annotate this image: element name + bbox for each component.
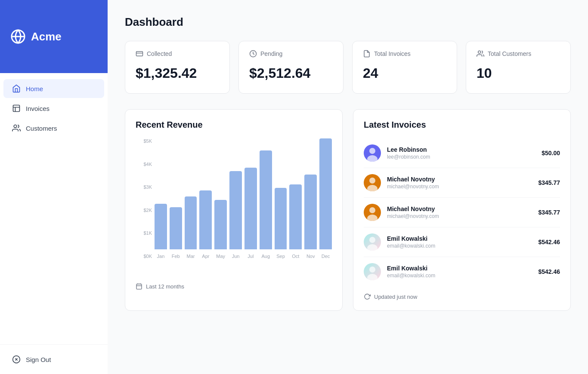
sidebar-item-home[interactable]: Home (3, 79, 104, 98)
sidebar-logo: Acme (0, 0, 108, 73)
invoices-label: Invoices (26, 105, 50, 112)
bar-col-jul: Jul (244, 138, 257, 259)
invoice-info: Michael Novotnymichael@novotny.com (387, 176, 532, 190)
invoice-name: Michael Novotny (387, 176, 532, 183)
sidebar-item-invoices[interactable]: Invoices (3, 99, 104, 118)
x-label-apr: Apr (202, 254, 209, 259)
collected-icon (136, 50, 143, 58)
stat-card-total-customers: Total Customers 10 (466, 41, 571, 94)
x-label-mar: Mar (187, 254, 195, 259)
sidebar-item-customers[interactable]: Customers (3, 119, 104, 138)
refresh-icon (364, 293, 371, 300)
invoice-name: Michael Novotny (387, 205, 532, 212)
bar-feb (170, 207, 182, 249)
chart-container: $5K $4K $3K $2K $1K $0K JanFebMarAprMayJ… (136, 138, 332, 276)
bar-col-may: May (214, 138, 227, 259)
svg-point-18 (367, 215, 378, 221)
invoice-email: email@kowalski.com (387, 243, 532, 249)
sign-out-icon (12, 355, 21, 364)
svg-point-20 (367, 244, 378, 251)
latest-invoices-title: Latest Invoices (364, 120, 560, 130)
invoices-icon (12, 104, 21, 113)
y-label-4k: $4K (136, 162, 152, 167)
svg-point-13 (369, 148, 375, 154)
bar-col-mar: Mar (185, 138, 197, 259)
bar-jun (229, 171, 242, 249)
invoice-name: Emil Kowalski (387, 235, 532, 242)
invoice-amount: $542.46 (538, 268, 560, 275)
avatar (364, 144, 381, 162)
invoice-name: Lee Robinson (387, 146, 535, 153)
stat-card-collected: Collected $1,325.42 (125, 41, 230, 94)
invoice-email: michael@novotny.com (387, 213, 532, 219)
avatar (364, 204, 381, 221)
x-label-jan: Jan (157, 254, 165, 259)
bar-sep (275, 188, 287, 249)
bar-jan (155, 204, 167, 249)
collected-value: $1,325.42 (136, 65, 219, 81)
app-name: Acme (31, 30, 62, 43)
chart-footer: Last 12 months (136, 283, 332, 290)
bar-col-jan: Jan (155, 138, 167, 259)
pending-label: Pending (260, 50, 282, 57)
invoice-info: Emil Kowalskiemail@kowalski.com (387, 235, 532, 249)
stat-card-pending: Pending $2,512.64 (238, 41, 344, 94)
bar-col-feb: Feb (170, 138, 182, 259)
invoice-amount: $542.46 (538, 239, 560, 245)
recent-revenue-section: Recent Revenue $5K $4K $3K $2K $1K $0K J… (125, 109, 343, 311)
invoice-info: Emil Kowalskiemail@kowalski.com (387, 265, 532, 279)
svg-point-17 (369, 207, 375, 213)
invoice-info: Lee Robinsonlee@robinson.com (387, 146, 535, 160)
stats-grid: Collected $1,325.42 Pending $2,512.64 (125, 41, 571, 94)
stat-card-total-invoices: Total Invoices 24 (352, 41, 457, 94)
x-label-dec: Dec (322, 254, 330, 259)
stat-header-total-customers: Total Customers (477, 50, 560, 58)
bottom-grid: Recent Revenue $5K $4K $3K $2K $1K $0K J… (125, 109, 571, 311)
main-content: Dashboard Collected $1,325.42 Pending (108, 0, 588, 374)
invoice-amount: $345.77 (538, 179, 560, 186)
chart-footer-text: Last 12 months (146, 283, 184, 290)
bar-col-aug: Aug (260, 138, 272, 259)
total-invoices-icon (363, 50, 371, 58)
x-label-jul: Jul (248, 254, 254, 259)
svg-point-19 (369, 237, 375, 243)
svg-point-22 (367, 274, 378, 280)
bar-col-sep: Sep (275, 138, 287, 259)
y-label-3k: $3K (136, 184, 152, 190)
avatar (364, 233, 381, 251)
stat-header-collected: Collected (136, 50, 219, 58)
recent-revenue-title: Recent Revenue (136, 120, 332, 130)
invoice-list: Lee Robinsonlee@robinson.com$50.00 Micha… (364, 138, 560, 286)
x-label-sep: Sep (276, 254, 285, 259)
sidebar-nav: Home Invoices Customers (0, 73, 108, 344)
invoice-row: Michael Novotnymichael@novotny.com$345.7… (364, 168, 560, 198)
bar-col-apr: Apr (199, 138, 212, 259)
y-axis: $5K $4K $3K $2K $1K $0K (136, 138, 152, 259)
invoices-footer-text: Updated just now (374, 294, 417, 300)
svg-point-21 (369, 267, 375, 273)
chart-area: $5K $4K $3K $2K $1K $0K JanFebMarAprMayJ… (136, 138, 332, 259)
total-invoices-label: Total Invoices (374, 50, 411, 57)
invoice-row: Michael Novotnymichael@novotny.com$345.7… (364, 198, 560, 227)
x-label-nov: Nov (306, 254, 315, 259)
invoice-row: Lee Robinsonlee@robinson.com$50.00 (364, 138, 560, 168)
bar-col-nov: Nov (304, 138, 317, 259)
invoice-row: Emil Kowalskiemail@kowalski.com$542.46 (364, 257, 560, 286)
home-icon (12, 84, 21, 93)
bar-aug (260, 150, 272, 249)
x-label-feb: Feb (172, 254, 180, 259)
invoice-info: Michael Novotnymichael@novotny.com (387, 205, 532, 219)
sign-out-button[interactable]: Sign Out (3, 350, 104, 369)
invoice-email: email@kowalski.com (387, 273, 532, 279)
svg-point-16 (367, 185, 378, 191)
bar-apr (199, 190, 212, 249)
sidebar-bottom: Sign Out (0, 344, 108, 374)
invoice-amount: $50.00 (542, 150, 560, 156)
avatar (364, 263, 381, 280)
y-label-5k: $5K (136, 138, 152, 144)
bar-col-dec: Dec (319, 138, 332, 259)
avatar (364, 174, 381, 191)
customers-label: Customers (26, 125, 57, 132)
bar-oct (289, 184, 302, 249)
bar-mar (185, 196, 197, 249)
